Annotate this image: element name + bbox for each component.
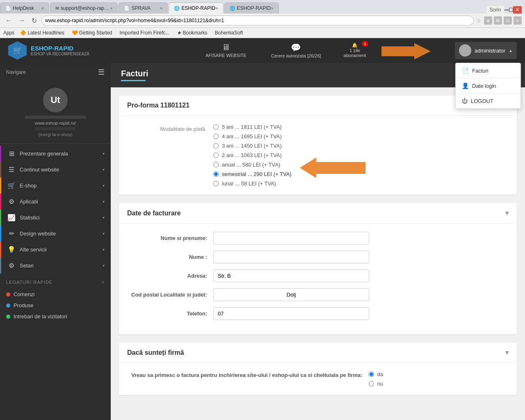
- radio-3ani[interactable]: [213, 143, 219, 148]
- tab-close-helpdesk[interactable]: ×: [41, 6, 44, 11]
- bulb-icon: 💡: [7, 246, 16, 253]
- dropdown-date-login[interactable]: 👤 Date login: [456, 78, 520, 93]
- bookmark-imported[interactable]: Imported From Firefc...: [118, 29, 171, 37]
- bookmark-bookmarks[interactable]: ★ Bookmarks: [176, 29, 209, 37]
- payment-option-0[interactable]: 5 ani ... 1811 LEI (+ TVA): [213, 124, 292, 130]
- input-nume[interactable]: [213, 251, 369, 263]
- legaturi-item-produse[interactable]: Produse: [6, 300, 105, 311]
- nav-label-design: Design website: [20, 231, 56, 237]
- app-container: 🛒 ESHOP-RAPID ESHOP VA RECOMPENSEAZA 🖥 A…: [0, 38, 525, 420]
- tab-label-eshop2: ESHOP-RAPID: [237, 5, 271, 11]
- modalitate-label: Modalitate de plată: [131, 124, 213, 132]
- payment-option-6[interactable]: lunar ... 58 LEI (+ TVA): [213, 180, 292, 187]
- tab-support[interactable]: ✉ support@eshop-rapid.ro... ×: [50, 2, 118, 14]
- legaturi-item-intrebari[interactable]: Intrebari de la vizitatori: [6, 311, 105, 322]
- nav-item-inner-aplicatii: ⚙ Aplicatii: [7, 198, 38, 205]
- tab-helpdesk[interactable]: 📄 HelpDesk ×: [0, 2, 49, 14]
- legaturi-rapide-section: LEGATURI RAPIDE × Comenzi Produse Intreb…: [0, 276, 111, 326]
- radio-semestrial[interactable]: [213, 171, 219, 177]
- tab-close-eshop2[interactable]: ×: [271, 6, 273, 11]
- form-row-nume: Nume :: [131, 251, 504, 263]
- bookmark-label-imported: Imported From Firefc...: [119, 30, 169, 36]
- tab-close-sprava[interactable]: ×: [160, 6, 162, 11]
- nav-label-statistici: Statistici: [20, 215, 39, 221]
- label-adresa: Adresa:: [131, 273, 213, 279]
- bookmark-getting-started[interactable]: 🧡 Getting Started: [70, 29, 114, 37]
- bookmark-bohemiasoft[interactable]: BohemiaSoft: [213, 29, 245, 37]
- back-button[interactable]: ←: [3, 16, 14, 25]
- sidebar-item-statistici[interactable]: 📈 Statistici ▾: [0, 210, 111, 226]
- tab-close-support[interactable]: ×: [110, 6, 112, 11]
- sidebar-item-design[interactable]: ✏ Design website ▾: [0, 226, 111, 242]
- payment-option-5[interactable]: semestrial ... 290 LEI (+ TVA): [213, 171, 292, 177]
- extension-icon-4[interactable]: ≡: [514, 16, 522, 25]
- collapse-toggle-facturare[interactable]: ▾: [505, 209, 509, 217]
- extension-icon-3[interactable]: ⊡: [504, 16, 512, 25]
- dropdown-logout[interactable]: ⏻ LOGOUT: [456, 94, 520, 108]
- user-dropdown[interactable]: administrator ▲: [455, 42, 517, 59]
- legaturi-title: LEGATURI RAPIDE: [6, 280, 52, 285]
- cerere-autorizata-btn[interactable]: 💬 Cerere autorizata [26/26]: [265, 39, 327, 62]
- radio-anual[interactable]: [213, 162, 219, 167]
- bookmark-icon-headlines: 🔶: [20, 30, 26, 36]
- payment-label-2ani: 2 ani ... 1063 LEI (+ TVA): [222, 152, 282, 158]
- content-area: Pro-forma 11801121 Modalitate de plată 5…: [111, 87, 525, 411]
- firma-option-da[interactable]: da: [369, 371, 383, 377]
- input-codpostal[interactable]: [213, 288, 369, 301]
- sidebar-item-prezentare[interactable]: ⊞ Prezentare generala ▾: [0, 146, 111, 162]
- input-adresa[interactable]: [213, 269, 369, 282]
- radio-lunar[interactable]: [213, 181, 219, 186]
- payment-option-3[interactable]: 2 ani ... 1063 LEI (+ TVA): [213, 152, 292, 158]
- address-bar[interactable]: [41, 16, 474, 25]
- logout-icon: ⏻: [462, 98, 468, 104]
- sidebar: Navigare ☰ Ut www.eshop-rapid.ro/ (mergi…: [0, 63, 111, 420]
- abonament-btn[interactable]: 1 🔔 1 zile abonament: [340, 39, 370, 62]
- payment-option-4[interactable]: anual ... 580 LEI (+ TVA): [213, 162, 292, 168]
- form-row-numeP: Nume si prenume:: [131, 232, 504, 244]
- nav-item-inner-setari: ⚙ Setari: [7, 262, 34, 269]
- radio-2ani[interactable]: [213, 153, 219, 158]
- refresh-button[interactable]: ↻: [30, 16, 39, 25]
- nav-item-inner-continut: ☰ Continut website: [7, 166, 59, 173]
- afisare-label: AFISARE WEBSITE: [205, 53, 247, 58]
- browser-icons: ⊕ W ⊡ ≡: [484, 16, 522, 25]
- extension-icon-1[interactable]: ⊕: [484, 16, 492, 25]
- sidebar-item-setari[interactable]: ⚙ Setari ▾: [0, 258, 111, 274]
- radio-firma-nu[interactable]: [369, 381, 374, 386]
- abonament-days: 1 zile: [349, 48, 360, 53]
- sidebar-item-aplicatii[interactable]: ⚙ Aplicatii ▾: [0, 194, 111, 210]
- grid-icon: ⊞: [7, 150, 16, 158]
- legaturi-item-comenzi[interactable]: Comenzi: [6, 289, 105, 300]
- collapse-toggle-firma[interactable]: ▾: [505, 349, 509, 356]
- payment-option-2[interactable]: 3 ani ... 1450 LEI (+ TVA): [213, 143, 292, 149]
- radio-4ani[interactable]: [213, 134, 219, 139]
- tab-eshop2[interactable]: 🌐 ESHOP-RAPID ×: [224, 2, 279, 14]
- sidebar-item-continut[interactable]: ☰ Continut website ▾: [0, 162, 111, 178]
- date-facturare-header: Date de facturare ▾: [119, 203, 517, 224]
- tab-sprava[interactable]: 📄 SPRAVA ×: [119, 2, 168, 14]
- bookmark-latest-headlines[interactable]: 🔶 Latest Headlines: [18, 29, 66, 37]
- input-telefon[interactable]: [213, 307, 369, 320]
- tab-close-eshop-active[interactable]: ×: [215, 6, 218, 11]
- firma-option-nu[interactable]: nu: [369, 381, 383, 387]
- dropdown-facturi[interactable]: 📄 Facturi: [456, 63, 520, 78]
- hamburger-icon[interactable]: ☰: [98, 68, 105, 77]
- forward-button[interactable]: →: [16, 16, 27, 25]
- sidebar-item-alte[interactable]: 💡 Alte servicii ▾: [0, 242, 111, 258]
- profile-eshop-link[interactable]: (mergi la e-shop): [6, 132, 105, 137]
- radio-firma-da[interactable]: [369, 372, 374, 377]
- chevron-down-icon-continut: ▾: [103, 167, 105, 172]
- logout-label: LOGOUT: [471, 98, 493, 104]
- bookmark-star[interactable]: ☆: [476, 17, 482, 24]
- radio-5ani[interactable]: [213, 124, 219, 130]
- payment-option-1[interactable]: 4 ani ... 1695 LEI (+ TVA): [213, 133, 292, 139]
- profile-url: www.eshop-rapid.ro/: [6, 121, 105, 126]
- tab-eshop-active[interactable]: 🌐 ESHOP-RAPID ×: [169, 2, 223, 14]
- navigare-header: Navigare ☰: [0, 63, 111, 82]
- sidebar-item-eshop[interactable]: 🛒 E-shop ▾: [0, 178, 111, 194]
- input-numePrenume[interactable]: [213, 232, 369, 244]
- legaturi-close-btn[interactable]: ×: [102, 280, 105, 285]
- browser-toolbar: ← → ↻ ☆ ⊕ W ⊡ ≡: [0, 14, 525, 28]
- extension-icon-2[interactable]: W: [494, 16, 502, 25]
- afisare-website-btn[interactable]: 🖥 AFISARE WEBSITE: [199, 39, 253, 62]
